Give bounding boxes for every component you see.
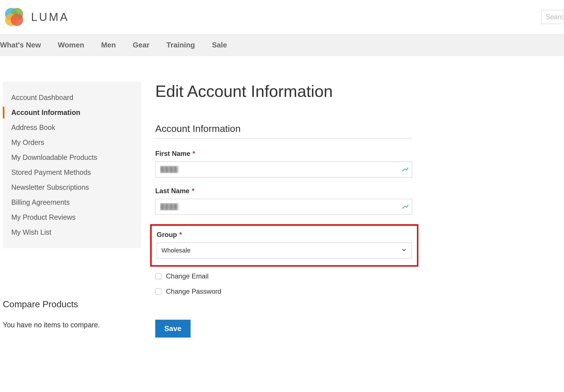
change-password-checkbox[interactable] [155,288,161,295]
change-password-row: Change Password [155,288,412,295]
last-name-input[interactable] [155,199,412,215]
required-indicator: * [193,150,195,157]
group-highlight: Group* Wholesale [150,224,418,267]
sidebar-item-billing[interactable]: Billing Agreements [3,195,141,210]
first-name-label-text: First Name [155,150,190,157]
group-field: Group* Wholesale [157,231,412,258]
sidebar-item-reviews[interactable]: My Product Reviews [3,210,141,225]
search-input[interactable]: Search [541,10,564,24]
sidebar-item-payment[interactable]: Stored Payment Methods [3,165,141,180]
compare-products-block: Compare Products You have no items to co… [3,299,141,329]
group-select[interactable]: Wholesale [157,243,412,258]
last-name-label: Last Name* [155,187,412,195]
change-email-label[interactable]: Change Email [166,272,209,280]
compare-empty-text: You have no items to compare. [3,321,141,329]
sidebar-item-orders[interactable]: My Orders [3,135,141,150]
nav-men[interactable]: Men [101,41,116,49]
svg-point-3 [11,14,23,26]
change-email-row: Change Email [155,272,412,280]
sidebar-item-dashboard[interactable]: Account Dashboard [3,90,141,105]
first-name-input[interactable] [155,162,412,177]
sidebar-item-downloadable[interactable]: My Downloadable Products [3,150,141,165]
change-password-label[interactable]: Change Password [166,288,221,295]
sidebar-item-account-info[interactable]: Account Information [3,105,141,120]
nav-training[interactable]: Training [167,41,195,49]
change-email-checkbox[interactable] [155,273,161,279]
nav-whats-new[interactable]: What's New [0,41,41,49]
content: Account Dashboard Account Information Ad… [0,56,564,337]
sidebar-item-address-book[interactable]: Address Book [3,120,141,135]
nav-women[interactable]: Women [58,41,84,49]
first-name-label: First Name* [155,150,412,158]
page-title: Edit Account Information [155,82,564,101]
required-indicator: * [179,231,182,238]
brand-name: LUMA [31,11,69,23]
sidebar-item-newsletter[interactable]: Newsletter Subscriptions [3,180,141,195]
header: LUMA Search [0,0,564,34]
account-nav: Account Dashboard Account Information Ad… [3,82,141,248]
last-name-field: Last Name* [155,187,412,215]
save-button[interactable]: Save [155,320,191,337]
sidebar-item-wishlist[interactable]: My Wish List [3,225,141,240]
compare-title: Compare Products [3,299,141,310]
autofill-icon [401,166,409,173]
group-selected-value: Wholesale [161,247,191,254]
section-title: Account Information [155,123,412,138]
nav-sale[interactable]: Sale [212,41,227,49]
nav-gear[interactable]: Gear [133,41,149,49]
main: Edit Account Information Account Informa… [155,82,564,337]
autofill-icon [401,203,409,210]
first-name-field: First Name* [155,150,412,177]
luma-logo-icon [3,6,25,28]
sidebar: Account Dashboard Account Information Ad… [3,82,141,337]
group-label-text: Group [157,231,177,238]
account-form: First Name* Last Name* [155,150,412,337]
main-nav: What's New Women Men Gear Training Sale [0,34,564,56]
logo[interactable]: LUMA [3,6,69,28]
group-label: Group* [157,231,412,239]
last-name-label-text: Last Name [155,187,189,195]
required-indicator: * [192,187,194,195]
